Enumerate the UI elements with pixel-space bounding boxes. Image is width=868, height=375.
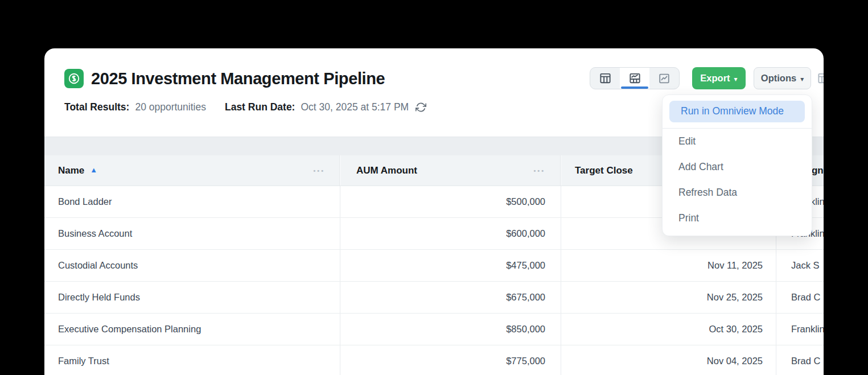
- column-menu-icon[interactable]: •••: [533, 167, 545, 174]
- cell-target-close: Nov 04, 2025: [561, 345, 776, 375]
- last-run-value: Oct 30, 2025 at 5:17 PM: [301, 101, 409, 113]
- cell-aum: $600,000: [340, 218, 561, 249]
- export-button[interactable]: Export ▾: [692, 67, 746, 89]
- cell-assigned: Jack S: [776, 250, 824, 281]
- cell-name: Business Account: [44, 218, 340, 249]
- last-run-label: Last Run Date:: [225, 101, 295, 113]
- cell-assigned: Brad C: [776, 282, 824, 313]
- cell-assigned: Brad C: [776, 345, 824, 375]
- cell-aum: $850,000: [340, 314, 561, 345]
- screen-background: 2025 Investment Management Pipeline Tota…: [0, 0, 868, 375]
- options-button-label: Options: [761, 73, 796, 84]
- column-label: AUM Amount: [356, 165, 417, 176]
- cell-aum: $500,000: [340, 186, 561, 217]
- cell-target-close: Nov 11, 2025: [561, 250, 776, 281]
- options-menu: Run in Omniview Mode Edit Add Chart Refr…: [662, 94, 812, 236]
- cell-name: Family Trust: [44, 345, 340, 375]
- menu-item-refresh-data[interactable]: Refresh Data: [663, 180, 812, 205]
- column-label: Target Close: [575, 165, 633, 176]
- sort-asc-icon: ▲: [90, 166, 97, 174]
- table-view-button[interactable]: [590, 68, 620, 89]
- menu-item-print[interactable]: Print: [663, 205, 812, 231]
- cell-name: Custodial Accounts: [44, 250, 340, 281]
- options-button[interactable]: Options ▾: [754, 67, 811, 89]
- caret-down-icon: ▾: [734, 75, 738, 83]
- table-row[interactable]: Custodial Accounts $475,000 Nov 11, 2025…: [44, 250, 824, 282]
- caret-down-icon: ▾: [800, 75, 804, 83]
- report-window: 2025 Investment Management Pipeline Tota…: [44, 48, 824, 375]
- table-row[interactable]: Family Trust $775,000 Nov 04, 2025 Brad …: [44, 345, 824, 375]
- chart-table-view-button[interactable]: [620, 68, 649, 89]
- column-label: Name: [58, 165, 84, 176]
- cell-target-close: Oct 30, 2025: [561, 314, 776, 345]
- chart-view-button[interactable]: [649, 68, 679, 89]
- menu-item-run-omniview[interactable]: Run in Omniview Mode: [669, 101, 805, 122]
- menu-item-edit[interactable]: Edit: [663, 129, 812, 154]
- dollar-circle-icon: [64, 69, 84, 88]
- report-header: 2025 Investment Management Pipeline: [64, 69, 385, 88]
- cell-assigned: Franklin: [776, 314, 824, 345]
- menu-item-add-chart[interactable]: Add Chart: [663, 154, 812, 180]
- toolbar: Export ▾ Options ▾: [590, 67, 824, 89]
- export-button-label: Export: [700, 73, 730, 84]
- column-header-aum[interactable]: AUM Amount •••: [340, 155, 561, 186]
- table-row[interactable]: Executive Compensation Planning $850,000…: [44, 314, 824, 345]
- column-menu-icon[interactable]: •••: [313, 167, 325, 174]
- total-results-label: Total Results:: [64, 101, 129, 113]
- cell-target-close: Nov 25, 2025: [561, 282, 776, 313]
- column-header-name[interactable]: Name ▲ •••: [44, 155, 340, 186]
- cell-aum: $675,000: [340, 282, 561, 313]
- total-results-value: 20 opportunities: [135, 101, 206, 113]
- view-mode-switcher: [590, 67, 680, 89]
- cell-name: Executive Compensation Planning: [44, 314, 340, 345]
- cell-aum: $775,000: [340, 345, 561, 375]
- cell-aum: $475,000: [340, 250, 561, 281]
- page-title: 2025 Investment Management Pipeline: [91, 69, 385, 88]
- clipped-table-icon[interactable]: [817, 72, 824, 85]
- cell-name: Bond Ladder: [44, 186, 340, 217]
- table-row[interactable]: Directly Held Funds $675,000 Nov 25, 202…: [44, 282, 824, 314]
- refresh-icon[interactable]: [416, 102, 426, 113]
- report-meta: Total Results: 20 opportunities Last Run…: [64, 101, 426, 113]
- cell-name: Directly Held Funds: [44, 282, 340, 313]
